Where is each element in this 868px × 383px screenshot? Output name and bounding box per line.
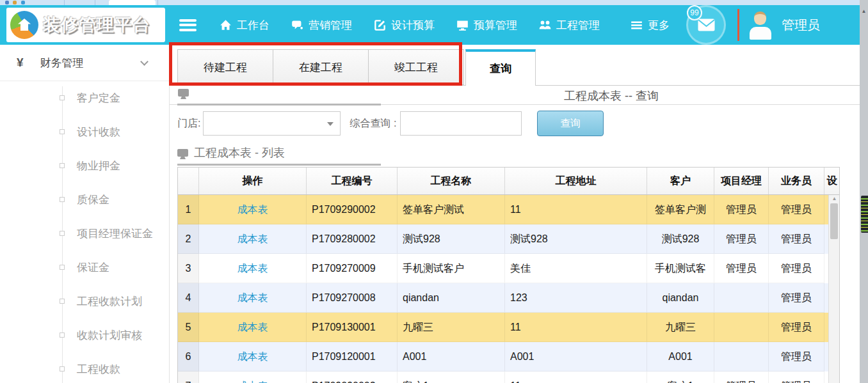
cell-project-code: P1709270009 [307,254,398,283]
cell-customer: A001 [647,342,714,371]
main-content: 待建工程 在建工程 竣工工程 查询 工程成本表 -- 查询 门店: 综合查询 :… [170,45,860,383]
table-row[interactable]: 1 成本表 P1709290002 签单客户测试 11 签单客户测 管理员 管理… [178,195,828,224]
tab-completed-projects[interactable]: 竣工工程 [368,49,464,85]
nav-item-more[interactable]: 更多 [631,18,670,33]
nav-item-workbench[interactable]: 工作台 [220,18,269,33]
divider [737,9,739,41]
browser-icon [5,1,9,4]
cell-customer: 客户1 [647,371,714,383]
sidebar-item[interactable]: 客户定金 [0,81,169,115]
col-project-name: 工程名称 [398,168,505,194]
users-icon [539,19,551,31]
cell-project-name: 测试928 [398,224,505,254]
table-row[interactable]: 2 成本表 P1709280002 测试928 测试928 测试928 管理员 … [178,224,828,254]
sidebar-group-finance[interactable]: ¥ 财务管理 [0,45,169,81]
col-action: 操作 [199,168,307,194]
browser-active-tab[interactable] [109,0,156,5]
sidebar-item[interactable]: 保证金 [0,251,169,285]
app-logo[interactable]: 装修管理平台 [6,8,165,42]
table-row[interactable]: 7 成本表 P1709090002 客户1 11 客户1 管理员 管理员 [178,371,828,383]
cost-sheet-link[interactable]: 成本表 [199,371,307,383]
cell-rownum: 1 [178,195,199,224]
col-designer-clipped: 设 [824,168,839,194]
cell-rownum: 3 [178,254,199,283]
cell-project-name: 手机测试客户 [398,254,505,283]
cell-salesperson: 管理员 [769,313,824,342]
cell-project-code: P1709290002 [307,195,398,224]
tab-bar: 待建工程 在建工程 竣工工程 查询 [170,49,860,86]
cell-project-manager: 管理员 [714,224,769,254]
cell-salesperson: 管理员 [769,371,824,383]
sidebar-item[interactable]: 物业押金 [0,149,169,183]
browser-scrollbar[interactable]: ▲ [860,0,868,383]
user-avatar[interactable] [747,10,774,40]
cost-sheet-link[interactable]: 成本表 [199,224,307,254]
cell-project-address: 123 [505,283,647,313]
bullet-icon [60,231,65,236]
sidebar-item[interactable]: 设计收款 [0,115,169,149]
sidebar-item[interactable]: 工程收款 [0,352,169,383]
table-scrollbar[interactable]: ▲ [828,195,839,383]
desktop-widget [861,196,868,233]
cell-project-code: P1709120001 [307,342,398,371]
monitor-icon [456,19,469,31]
col-rownum [178,168,199,194]
table-row[interactable]: 4 成本表 P1709270008 qiandan 123 qiandan 管理… [178,283,828,313]
main-nav: 工作台 营销管理 设计预算 预算管理 工程管理 更多 [220,18,670,33]
divider [177,164,381,166]
tab-separator [64,0,65,5]
tab-pending-projects[interactable]: 待建工程 [177,49,273,85]
tab-separator [95,0,95,5]
edit-icon [374,19,386,31]
bullet-icon [60,197,65,202]
bullet-icon [60,332,65,338]
col-customer: 客户 [647,168,714,194]
browser-icon [21,1,25,4]
cost-sheet-link[interactable]: 成本表 [199,342,307,371]
cell-project-name: 签单客户测试 [398,195,505,224]
table-row[interactable]: 5 成本表 P1709130001 九曜三 11 九曜三 管理员 [178,313,828,342]
cost-table: 操作 工程编号 工程名称 工程地址 客户 项目经理 业务员 设 1 成本表 P1… [177,167,840,383]
list-title: 工程成本表 - 列表 [194,145,285,160]
sidebar-item[interactable]: 项目经理保证金 [0,217,169,251]
sidebar-item[interactable]: 工程收款计划 [0,285,169,318]
nav-item-design-budget[interactable]: 设计预算 [374,18,435,33]
nav-item-project-mgmt[interactable]: 工程管理 [539,18,600,33]
cost-sheet-link[interactable]: 成本表 [199,313,307,342]
col-salesperson: 业务员 [769,168,824,194]
envelope-icon [698,19,715,31]
table-row[interactable]: 3 成本表 P1709270009 手机测试客户 美佳 手机测试客 管理员 管理… [178,254,828,283]
cost-sheet-link[interactable]: 成本表 [199,254,307,283]
app-title: 装修管理平台 [43,13,150,36]
tab-ongoing-projects[interactable]: 在建工程 [273,49,369,85]
cell-customer: 九曜三 [647,313,714,342]
tab-query-active[interactable]: 查询 [465,49,536,86]
cell-project-address: 测试928 [505,224,647,254]
username-label[interactable]: 管理员 [782,17,820,34]
cost-sheet-link[interactable]: 成本表 [199,283,307,313]
store-select[interactable] [203,111,341,136]
search-button[interactable]: 查询 [537,111,604,136]
monitor-icon [177,149,188,157]
cell-project-manager [714,313,769,342]
scroll-up-icon[interactable]: ▲ [829,195,840,203]
browser-chrome-strip [0,0,860,5]
yen-icon: ¥ [17,56,24,70]
scrollbar-thumb[interactable] [830,203,838,239]
messages-button[interactable]: 99 [686,5,726,45]
scroll-up-icon[interactable]: ▲ [860,9,868,14]
nav-item-marketing[interactable]: 营销管理 [291,18,352,33]
menu-toggle-icon[interactable] [179,19,197,31]
cell-salesperson: 管理员 [769,254,824,283]
browser-icon [13,1,17,4]
list-icon [631,19,643,31]
cost-sheet-link[interactable]: 成本表 [199,195,307,224]
nav-item-budget-mgmt[interactable]: 预算管理 [456,18,517,33]
query-input[interactable] [400,111,522,136]
chat-icon [291,19,303,31]
sidebar-item[interactable]: 质保金 [0,183,169,217]
cell-salesperson: 管理员 [769,195,824,224]
sidebar-item[interactable]: 收款计划审核 [0,318,169,352]
table-row[interactable]: 6 成本表 P1709120001 A001 A001 A001 管理员 [178,342,828,371]
cell-project-code: P1709130001 [307,313,398,342]
